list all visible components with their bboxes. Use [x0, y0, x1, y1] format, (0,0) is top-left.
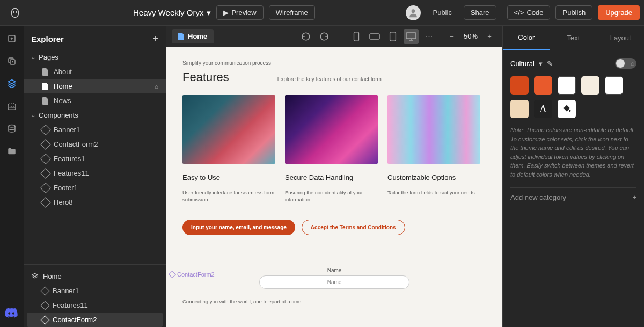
- card-desc: User-friendly interface for seamless for…: [182, 189, 275, 204]
- add-page-button[interactable]: +: [152, 33, 158, 45]
- zoom-level: 50%: [462, 32, 480, 40]
- name-input[interactable]: [259, 275, 409, 289]
- outline-features11[interactable]: Features11: [24, 298, 166, 313]
- page-home[interactable]: Home⌂: [24, 79, 166, 93]
- fill-swatch[interactable]: [558, 100, 576, 118]
- card-image: [285, 95, 378, 164]
- file-icon: [42, 97, 49, 105]
- component-icon: [169, 271, 176, 278]
- add-category-button[interactable]: Add new category +: [510, 187, 636, 207]
- project-name-dropdown[interactable]: Heavy Weekly Oryx ▾: [133, 8, 211, 18]
- page-news[interactable]: News: [24, 93, 166, 108]
- text-color-swatch[interactable]: A: [534, 100, 552, 118]
- component-footer1[interactable]: Footer1: [24, 180, 166, 195]
- svg-rect-9: [390, 32, 396, 40]
- chevron-down-icon: ⌄: [31, 54, 35, 60]
- edit-theme-icon[interactable]: ✎: [547, 60, 553, 68]
- chevron-down-icon: ▾: [539, 60, 543, 68]
- form-tagline: Connecting you with the world, one telep…: [182, 299, 486, 304]
- viewport-tablet[interactable]: [385, 29, 400, 44]
- card-image: [182, 95, 275, 164]
- card-desc: Tailor the form fields to suit your need…: [387, 189, 480, 196]
- cta-primary[interactable]: Input your name, email, and message: [182, 220, 295, 235]
- layers-icon[interactable]: [6, 78, 17, 89]
- add-icon[interactable]: [6, 33, 17, 44]
- user-avatar[interactable]: [406, 5, 421, 20]
- card-desc: Ensuring the confidentiality of your inf…: [285, 189, 378, 204]
- theme-name[interactable]: Cultural: [510, 60, 535, 68]
- component-icon: [41, 301, 50, 310]
- code-button[interactable]: </> Code: [507, 5, 551, 20]
- component-banner1[interactable]: Banner1: [24, 122, 166, 137]
- zoom-out[interactable]: −: [444, 29, 459, 44]
- color-swatch[interactable]: [510, 100, 529, 118]
- layers-icon: [31, 273, 39, 280]
- chevron-down-icon: ⌄: [31, 112, 35, 118]
- more-options[interactable]: ⋯: [422, 29, 437, 44]
- component-icon: [41, 315, 50, 324]
- svg-point-1: [16, 11, 17, 12]
- viewport-tablet-landscape[interactable]: [367, 29, 382, 44]
- tab-layout[interactable]: Layout: [597, 26, 644, 50]
- tab-color[interactable]: Color: [503, 26, 550, 50]
- pages-section[interactable]: ⌄Pages: [24, 50, 166, 64]
- wireframe-button[interactable]: Wireframe: [269, 5, 315, 20]
- page-about[interactable]: About: [24, 64, 166, 79]
- copy-icon[interactable]: [6, 56, 17, 67]
- component-icon: [41, 286, 50, 295]
- features-eyebrow: Simplify your communication process: [182, 60, 486, 66]
- viewport-mobile[interactable]: [349, 29, 364, 44]
- svg-point-6: [9, 125, 15, 128]
- component-icon: [40, 139, 51, 150]
- components-section[interactable]: ⌄Components: [24, 108, 166, 122]
- component-hero8[interactable]: Hero8: [24, 195, 166, 209]
- play-icon: ▶: [223, 9, 229, 17]
- feature-card[interactable]: Secure Data Handling Ensuring the confid…: [285, 95, 378, 204]
- feature-card[interactable]: Easy to Use User-friendly interface for …: [182, 95, 275, 204]
- color-swatch[interactable]: [534, 76, 552, 95]
- redo-button[interactable]: [317, 29, 332, 44]
- file-icon: [178, 33, 185, 40]
- canvas[interactable]: Simplify your communication process Feat…: [166, 47, 502, 327]
- component-icon: [40, 154, 51, 164]
- color-swatch[interactable]: [605, 76, 623, 95]
- chevron-down-icon: ▾: [207, 8, 211, 18]
- discord-icon[interactable]: [4, 306, 18, 322]
- publish-button[interactable]: Publish: [555, 5, 592, 20]
- color-swatch[interactable]: [510, 76, 529, 95]
- code-icon: </>: [514, 9, 524, 17]
- file-icon: [42, 83, 49, 90]
- color-swatch[interactable]: [581, 76, 599, 95]
- section-marker[interactable]: ContactForm2: [166, 270, 218, 279]
- database-icon[interactable]: [6, 123, 17, 134]
- upgrade-button[interactable]: Upgrade: [598, 5, 640, 20]
- undo-button[interactable]: [298, 29, 313, 44]
- outline-banner1[interactable]: Banner1: [24, 284, 166, 298]
- outline-contactform2[interactable]: ContactForm2: [27, 313, 163, 327]
- zoom-in[interactable]: +: [482, 29, 497, 44]
- canvas-tab-home[interactable]: Home: [172, 29, 214, 43]
- cta-secondary[interactable]: Accept the Terms and Conditions: [302, 220, 405, 235]
- folder-icon[interactable]: [6, 146, 17, 157]
- outline-root[interactable]: Home: [24, 269, 166, 284]
- color-swatch[interactable]: [558, 76, 576, 95]
- public-label[interactable]: Public: [426, 6, 458, 19]
- feature-card[interactable]: Customizable Options Tailor the form fie…: [387, 95, 480, 204]
- file-icon: [42, 68, 49, 76]
- plus-icon: +: [632, 193, 636, 201]
- component-features1[interactable]: Features1: [24, 151, 166, 166]
- preview-button[interactable]: ▶ Preview: [216, 5, 263, 20]
- component-icon: [40, 183, 51, 193]
- app-logo[interactable]: [4, 8, 26, 18]
- tab-text[interactable]: Text: [550, 26, 597, 50]
- component-features11[interactable]: Features11: [24, 166, 166, 180]
- card-title: Secure Data Handling: [285, 173, 378, 181]
- component-contactform2[interactable]: ContactForm2: [24, 137, 166, 151]
- dark-mode-toggle[interactable]: ☼: [615, 58, 636, 69]
- svg-rect-7: [354, 32, 358, 40]
- css-icon[interactable]: CSS: [6, 101, 17, 112]
- toggle-knob: [616, 59, 625, 68]
- card-image: [387, 95, 480, 164]
- viewport-desktop[interactable]: [404, 29, 419, 44]
- share-button[interactable]: Share: [464, 5, 496, 20]
